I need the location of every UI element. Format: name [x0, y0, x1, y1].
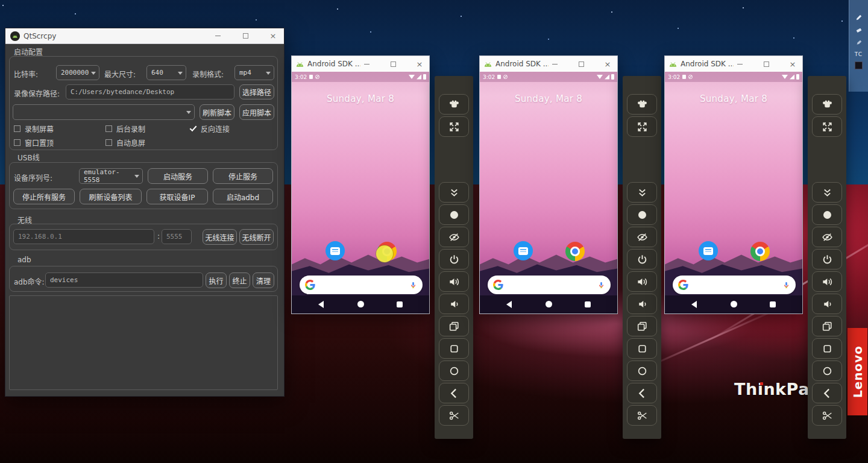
- google-search-bar[interactable]: [488, 276, 611, 294]
- screenshot-button[interactable]: [439, 405, 469, 426]
- adb-terminate-button[interactable]: 终止: [229, 272, 250, 288]
- script-combo[interactable]: [13, 104, 195, 120]
- close-button[interactable]: ×: [602, 58, 614, 69]
- minimize-button[interactable]: [734, 58, 746, 69]
- google-search-bar[interactable]: [300, 276, 423, 294]
- mic-icon[interactable]: [597, 281, 605, 289]
- wireless-port-input[interactable]: 5555: [162, 229, 192, 244]
- home-button[interactable]: [546, 301, 552, 307]
- color-swatch[interactable]: [855, 61, 863, 69]
- window-on-top-checkbox[interactable]: 窗口置顶: [14, 137, 54, 148]
- recents-button[interactable]: [397, 301, 403, 307]
- choose-path-button[interactable]: 选择路径: [239, 84, 274, 99]
- minimize-button[interactable]: [212, 31, 224, 42]
- record-screen-checkbox[interactable]: 录制屏幕: [14, 124, 54, 134]
- highlighter-icon[interactable]: [855, 39, 863, 47]
- app-switch-button[interactable]: [812, 316, 842, 336]
- overview-button[interactable]: [812, 338, 842, 359]
- adb-execute-button[interactable]: 执行: [206, 272, 227, 288]
- recents-button[interactable]: [585, 301, 591, 307]
- volume-up-button[interactable]: [627, 271, 657, 292]
- volume-up-button[interactable]: [439, 271, 469, 292]
- start-service-button[interactable]: 启动服务: [148, 168, 208, 184]
- back-button[interactable]: [506, 301, 512, 308]
- overview-button[interactable]: [627, 338, 657, 359]
- start-adbd-button[interactable]: 启动adbd: [213, 189, 273, 204]
- back-button[interactable]: [691, 301, 697, 308]
- chrome-app-icon[interactable]: [565, 242, 585, 261]
- close-button[interactable]: ×: [267, 31, 279, 42]
- mic-icon[interactable]: [782, 281, 790, 289]
- wireless-disconnect-button[interactable]: 无线断开: [239, 229, 274, 245]
- home-button[interactable]: [731, 301, 737, 307]
- emulator-titlebar[interactable]: Android SDK ... ×: [665, 56, 802, 72]
- touch-toggle-button[interactable]: [439, 204, 469, 225]
- volume-down-button[interactable]: [439, 294, 469, 314]
- group-control-button[interactable]: [627, 94, 657, 115]
- savepath-input[interactable]: C:/Users/bytedance/Desktop: [66, 84, 234, 99]
- app-switch-button[interactable]: [627, 316, 657, 336]
- maximize-button[interactable]: [387, 58, 399, 69]
- maximize-button[interactable]: [239, 31, 251, 42]
- maximize-button[interactable]: [760, 58, 772, 69]
- adb-log-output[interactable]: [9, 295, 278, 390]
- back-button[interactable]: [812, 383, 842, 403]
- volume-down-button[interactable]: [627, 294, 657, 314]
- close-button[interactable]: ×: [414, 58, 426, 69]
- mic-icon[interactable]: [409, 281, 417, 289]
- volume-down-button[interactable]: [812, 294, 842, 314]
- power-button[interactable]: [812, 249, 842, 269]
- minimize-button[interactable]: [360, 58, 373, 69]
- pen-icon[interactable]: [855, 13, 863, 22]
- messages-app-icon[interactable]: [514, 241, 533, 260]
- wireless-connect-button[interactable]: 无线连接: [203, 229, 237, 245]
- close-button[interactable]: ×: [787, 58, 799, 69]
- qtscrcpy-titlebar[interactable]: QtScrcpy ×: [5, 28, 284, 44]
- messages-app-icon[interactable]: [699, 241, 718, 260]
- home-button[interactable]: [812, 361, 842, 381]
- expand-button[interactable]: [627, 182, 657, 203]
- google-search-bar[interactable]: [673, 276, 796, 294]
- serial-combo[interactable]: emulator-5558: [79, 168, 143, 184]
- apply-script-button[interactable]: 应用脚本: [239, 104, 274, 120]
- get-device-ip-button[interactable]: 获取设备IP: [146, 189, 208, 204]
- chrome-app-icon[interactable]: [750, 242, 770, 261]
- emulator-titlebar[interactable]: Android SDK ... ×: [480, 56, 617, 72]
- fullscreen-button[interactable]: [812, 116, 842, 137]
- home-button[interactable]: [627, 361, 657, 381]
- bitrate-combo[interactable]: 2000000: [56, 65, 99, 80]
- background-record-checkbox[interactable]: 后台录制: [105, 124, 145, 134]
- phone-screen[interactable]: 3:02 Sunday, Mar 8: [292, 72, 429, 313]
- adb-command-input[interactable]: devices: [45, 272, 203, 288]
- group-control-button[interactable]: [812, 94, 842, 115]
- refresh-script-button[interactable]: 刷新脚本: [200, 104, 234, 120]
- recents-button[interactable]: [770, 301, 776, 307]
- eraser-icon[interactable]: [855, 26, 863, 34]
- group-control-button[interactable]: [439, 94, 469, 115]
- screen-off-button[interactable]: [439, 227, 469, 247]
- maxsize-combo[interactable]: 640: [146, 65, 186, 80]
- screen-off-button[interactable]: [812, 227, 842, 247]
- expand-button[interactable]: [812, 182, 842, 203]
- volume-up-button[interactable]: [812, 271, 842, 292]
- home-button[interactable]: [357, 301, 364, 307]
- phone-screen[interactable]: 3:02 Sunday, Mar 8: [480, 72, 617, 313]
- maximize-button[interactable]: [575, 58, 587, 69]
- wireless-ip-input[interactable]: 192.168.0.1: [13, 229, 154, 244]
- power-button[interactable]: [627, 249, 657, 269]
- overview-button[interactable]: [439, 338, 469, 359]
- stop-all-services-button[interactable]: 停止所有服务: [13, 189, 75, 204]
- screenshot-button[interactable]: [627, 405, 657, 426]
- app-switch-button[interactable]: [439, 316, 469, 336]
- screenshot-button[interactable]: [812, 405, 842, 426]
- back-button[interactable]: [439, 383, 469, 403]
- phone-screen[interactable]: 3:02 Sunday, Mar 8: [665, 72, 802, 313]
- touch-toggle-button[interactable]: [627, 204, 657, 225]
- fullscreen-button[interactable]: [627, 116, 657, 137]
- reverse-connect-checkbox[interactable]: 反向连接: [190, 124, 230, 134]
- messages-app-icon[interactable]: [326, 241, 345, 260]
- auto-screen-off-checkbox[interactable]: 自动息屏: [105, 137, 145, 148]
- screen-off-button[interactable]: [627, 227, 657, 247]
- back-button[interactable]: [627, 383, 657, 403]
- adb-clear-button[interactable]: 清理: [253, 272, 274, 288]
